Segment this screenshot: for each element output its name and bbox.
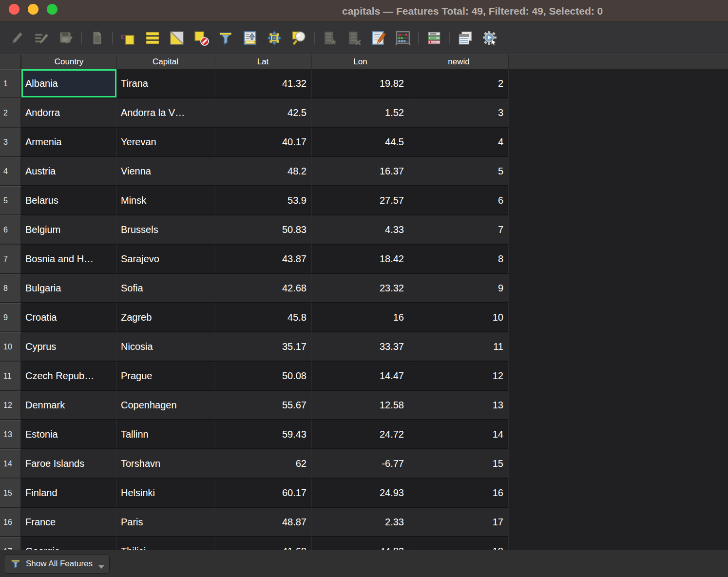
cell-lat[interactable]: 41.68: [214, 537, 312, 550]
invert-selection-button[interactable]: [168, 29, 186, 47]
row-number[interactable]: 13: [0, 420, 21, 449]
cell-lat[interactable]: 42.68: [214, 274, 312, 303]
cell-country[interactable]: Austria: [21, 157, 117, 186]
cell-country[interactable]: Albania: [21, 69, 117, 98]
cell-lat[interactable]: 53.9: [214, 186, 312, 215]
cell-capital[interactable]: Sarajevo: [117, 245, 214, 274]
cell-capital[interactable]: Zagreb: [117, 303, 214, 332]
cell-capital[interactable]: Minsk: [117, 186, 214, 215]
cell-lon[interactable]: 16: [312, 303, 409, 332]
row-number[interactable]: 10: [0, 332, 21, 362]
row-number[interactable]: 14: [0, 449, 21, 479]
statistics-button[interactable]: [394, 29, 412, 47]
cell-lat[interactable]: 41.32: [214, 69, 312, 98]
cell-country[interactable]: Faroe Islands: [21, 449, 117, 479]
cell-newid[interactable]: 4: [409, 128, 509, 157]
field-calculator-button[interactable]: [370, 29, 387, 47]
column-header-country[interactable]: Country: [21, 55, 117, 69]
toggle-editing-button[interactable]: [8, 29, 26, 47]
cell-newid[interactable]: 18: [409, 537, 509, 550]
row-number[interactable]: 4: [0, 157, 21, 186]
cell-lon[interactable]: 24.93: [312, 479, 409, 508]
cell-capital[interactable]: Tallinn: [117, 420, 214, 449]
select-by-expression-button[interactable]: ε: [119, 29, 137, 47]
row-number[interactable]: 5: [0, 186, 21, 215]
cell-lat[interactable]: 42.5: [214, 98, 312, 128]
minimize-button[interactable]: [28, 4, 38, 15]
cell-country[interactable]: France: [21, 508, 117, 537]
cell-lat[interactable]: 62: [214, 449, 312, 479]
cell-lat[interactable]: 50.83: [214, 215, 312, 245]
cell-newid[interactable]: 10: [409, 303, 509, 332]
cell-capital[interactable]: Tbilisi: [117, 537, 214, 550]
filter-form-button[interactable]: [217, 29, 234, 47]
cell-lon[interactable]: 18.42: [312, 245, 409, 274]
cell-country[interactable]: Georgia: [21, 537, 117, 550]
cell-capital[interactable]: Nicosia: [117, 332, 214, 362]
cell-capital[interactable]: Sofia: [117, 274, 214, 303]
cell-lon[interactable]: 44.5: [312, 128, 409, 157]
cell-capital[interactable]: Prague: [117, 362, 214, 391]
cell-lon[interactable]: 24.72: [312, 420, 409, 449]
conditional-formatting-button[interactable]: [425, 29, 443, 47]
cell-lat[interactable]: 55.67: [214, 391, 312, 420]
cell-lon[interactable]: 23.32: [312, 274, 409, 303]
cell-capital[interactable]: Andorra la V…: [117, 98, 214, 128]
row-number[interactable]: 8: [0, 274, 21, 303]
cell-lon[interactable]: 1.52: [312, 98, 409, 128]
actions-button[interactable]: [481, 29, 498, 47]
cell-newid[interactable]: 9: [409, 274, 509, 303]
cell-country[interactable]: Finland: [21, 479, 117, 508]
cell-newid[interactable]: 16: [409, 479, 509, 508]
zoom-button[interactable]: [47, 4, 57, 15]
cell-lon[interactable]: 33.37: [312, 332, 409, 362]
cell-capital[interactable]: Tirana: [117, 69, 214, 98]
cell-lat[interactable]: 59.43: [214, 420, 312, 449]
cell-newid[interactable]: 11: [409, 332, 509, 362]
cell-country[interactable]: Croatia: [21, 303, 117, 332]
delete-field-button[interactable]: [345, 29, 363, 47]
cell-lon[interactable]: 14.47: [312, 362, 409, 391]
cell-newid[interactable]: 12: [409, 362, 509, 391]
cell-capital[interactable]: Copenhagen: [117, 391, 214, 420]
cell-country[interactable]: Estonia: [21, 420, 117, 449]
cell-lon[interactable]: 19.82: [312, 69, 409, 98]
cell-lon[interactable]: -6.77: [312, 449, 409, 479]
row-number[interactable]: 11: [0, 362, 21, 391]
cell-newid[interactable]: 5: [409, 157, 509, 186]
show-all-features-button[interactable]: Show All Features: [4, 554, 110, 574]
cell-country[interactable]: Belarus: [21, 186, 117, 215]
cell-country[interactable]: Armenia: [21, 128, 117, 157]
pan-to-selection-button[interactable]: [266, 29, 283, 47]
cell-capital[interactable]: Yerevan: [117, 128, 214, 157]
cell-lat[interactable]: 35.17: [214, 332, 312, 362]
cell-lat[interactable]: 48.2: [214, 157, 312, 186]
column-header-newid[interactable]: newid: [409, 55, 509, 69]
cell-capital[interactable]: Vienna: [117, 157, 214, 186]
row-number[interactable]: 1: [0, 69, 21, 98]
zoom-to-selection-button[interactable]: [290, 29, 307, 47]
cell-country[interactable]: Belgium: [21, 215, 117, 245]
cell-country[interactable]: Czech Repub…: [21, 362, 117, 391]
cell-lat[interactable]: 43.87: [214, 245, 312, 274]
reload-table-button[interactable]: [88, 29, 106, 47]
cell-newid[interactable]: 3: [409, 98, 509, 128]
row-number[interactable]: 16: [0, 508, 21, 537]
row-number[interactable]: 7: [0, 245, 21, 274]
column-header-lat[interactable]: Lat: [214, 55, 312, 69]
cell-lat[interactable]: 40.17: [214, 128, 312, 157]
row-number[interactable]: 12: [0, 391, 21, 420]
column-header-lon[interactable]: Lon: [312, 55, 409, 69]
cell-lat[interactable]: 50.08: [214, 362, 312, 391]
cell-lon[interactable]: 2.33: [312, 508, 409, 537]
dock-table-button[interactable]: [457, 29, 474, 47]
row-number[interactable]: 17: [0, 537, 21, 550]
row-number[interactable]: 15: [0, 479, 21, 508]
row-number[interactable]: 3: [0, 128, 21, 157]
cell-country[interactable]: Cyprus: [21, 332, 117, 362]
row-number[interactable]: 9: [0, 303, 21, 332]
cell-newid[interactable]: 17: [409, 508, 509, 537]
cell-lat[interactable]: 48.87: [214, 508, 312, 537]
cell-newid[interactable]: 15: [409, 449, 509, 479]
header-corner[interactable]: [0, 55, 21, 69]
